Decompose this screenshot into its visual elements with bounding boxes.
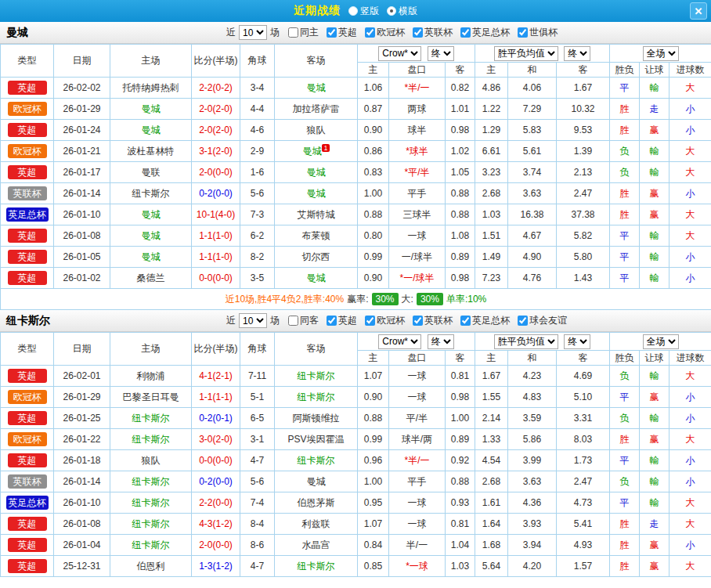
avg-source-select[interactable]: 胜平负均值 xyxy=(494,334,558,349)
odds-source-select[interactable]: Crow* xyxy=(378,46,421,61)
league-filter-英足总杯[interactable]: 英足总杯 xyxy=(460,314,510,327)
layout-radio-horizontal[interactable]: 横版 xyxy=(387,5,417,18)
goals-result: 小 xyxy=(669,247,711,268)
same-venue-filter[interactable]: 同客 xyxy=(288,314,319,327)
away-team: 纽卡斯尔 xyxy=(275,387,358,408)
league-filter-球会友谊[interactable]: 球会友谊 xyxy=(518,314,567,327)
match-count-select[interactable]: 10 xyxy=(239,313,267,328)
summary-row: 近10场,胜4平4负2,胜率:40%赢率:30%大:30%单率:10% xyxy=(1,289,711,310)
match-date: 26-01-21 xyxy=(54,141,110,162)
odds-away: 0.82 xyxy=(446,78,475,99)
odds-time-select[interactable]: 终 xyxy=(428,334,454,349)
odds-away: 1.03 xyxy=(446,556,475,577)
avg-away-odds: 1.57 xyxy=(557,556,610,577)
radio-selected-icon[interactable] xyxy=(387,6,396,16)
result: 平 xyxy=(610,247,640,268)
league-checkbox[interactable] xyxy=(460,316,471,326)
league-checkbox[interactable] xyxy=(518,27,528,38)
goals-result: 大 xyxy=(669,204,711,225)
sub-header-handicap-result: 让球 xyxy=(640,63,669,78)
odds-away: 0.89 xyxy=(446,247,475,268)
col-header-home: 主场 xyxy=(110,333,192,366)
odds-home: 0.87 xyxy=(358,99,389,120)
competition-cell: 欧冠杯 xyxy=(1,141,54,162)
match-count-select[interactable]: 10 xyxy=(239,25,267,40)
competition-cell: 英足总杯 xyxy=(1,204,54,225)
avg-time-select[interactable]: 终 xyxy=(564,334,590,349)
away-team: 伯恩茅斯 xyxy=(275,492,358,514)
odds-home: 1.07 xyxy=(358,514,389,535)
odds-away: 0.88 xyxy=(446,471,475,492)
avg-source-select[interactable]: 胜平负均值 xyxy=(494,46,558,61)
league-filter-英联杯[interactable]: 英联杯 xyxy=(413,26,453,39)
sub-header-avg-away: 客 xyxy=(557,351,610,366)
avg-time-select[interactable]: 终 xyxy=(564,46,590,61)
handicap: 平手 xyxy=(389,471,446,492)
odds-home: 0.90 xyxy=(358,387,389,408)
league-checkbox[interactable] xyxy=(460,27,471,38)
radio-horizontal-label: 横版 xyxy=(399,5,417,18)
avg-draw-odds: 4.83 xyxy=(508,387,557,408)
league-filter-英足总杯[interactable]: 英足总杯 xyxy=(460,26,510,39)
odds-away: 1.04 xyxy=(446,535,475,556)
corners: 4-7 xyxy=(240,556,275,577)
avg-away-odds: 2.47 xyxy=(557,183,610,204)
radio-unselected-icon[interactable] xyxy=(348,6,358,16)
league-checkbox[interactable] xyxy=(327,316,337,326)
league-checkbox[interactable] xyxy=(365,316,375,326)
match-date: 26-01-22 xyxy=(54,429,110,450)
avg-away-odds: 4.73 xyxy=(557,492,610,514)
competition-cell: 英超 xyxy=(1,268,54,289)
corners: 6-2 xyxy=(240,225,275,247)
league-checkbox[interactable] xyxy=(327,27,337,38)
avg-draw-odds: 4.36 xyxy=(508,492,557,514)
league-checkbox[interactable] xyxy=(413,27,423,38)
league-filter-欧冠杯[interactable]: 欧冠杯 xyxy=(365,314,405,327)
odds-source-select[interactable]: Crow* xyxy=(378,334,421,349)
odds-header-cell: Crow* 终 xyxy=(358,333,475,351)
competition-cell: 英超 xyxy=(1,247,54,268)
odds-time-select[interactable]: 终 xyxy=(428,46,454,61)
match-row: 英足总杯26-01-10曼城10-1(4-0)7-3艾斯特城0.88三球半0.8… xyxy=(1,204,711,225)
match-date: 26-01-29 xyxy=(54,99,110,120)
league-filter-欧冠杯[interactable]: 欧冠杯 xyxy=(365,26,405,39)
handicap-result: 赢 xyxy=(640,556,669,577)
near-label: 近 xyxy=(226,26,236,39)
avg-home-odds: 6.61 xyxy=(475,141,508,162)
league-filter-世俱杯[interactable]: 世俱杯 xyxy=(518,26,558,39)
match-row: 英超26-01-17曼联2-0(0-0)1-6曼城0.83*平/半1.053.2… xyxy=(1,162,711,183)
layout-radio-vertical[interactable]: 竖版 xyxy=(348,5,379,18)
scope-select[interactable]: 全场 xyxy=(643,334,679,349)
competition-badge: 英超 xyxy=(8,229,47,243)
radio-vertical-label: 竖版 xyxy=(360,5,379,18)
same-venue-checkbox[interactable] xyxy=(288,27,298,38)
close-button[interactable]: ✕ xyxy=(690,2,707,20)
competition-badge: 英超 xyxy=(8,123,47,137)
league-checkbox[interactable] xyxy=(365,27,375,38)
match-date: 26-01-10 xyxy=(54,492,110,514)
competition-badge: 英超 xyxy=(8,411,47,425)
handicap: *半/一 xyxy=(389,450,446,471)
same-venue-filter[interactable]: 同主 xyxy=(288,26,319,39)
odds-home: 0.95 xyxy=(358,492,389,514)
avg-home-odds: 1.49 xyxy=(475,247,508,268)
league-filter-英超[interactable]: 英超 xyxy=(327,26,357,39)
odds-away: 0.93 xyxy=(446,492,475,514)
avg-home-odds: 7.23 xyxy=(475,268,508,289)
avg-draw-odds: 4.67 xyxy=(508,225,557,247)
odds-home: 0.83 xyxy=(358,162,389,183)
away-team: 纽卡斯尔 xyxy=(275,556,358,577)
league-checkbox[interactable] xyxy=(413,316,423,326)
league-checkbox[interactable] xyxy=(518,316,528,326)
match-date: 26-01-25 xyxy=(54,408,110,429)
same-venue-checkbox[interactable] xyxy=(288,316,298,326)
match-row: 英超26-01-08纽卡斯尔4-3(1-2)8-4利兹联1.07一球0.811.… xyxy=(1,514,711,535)
league-filter-英联杯[interactable]: 英联杯 xyxy=(413,314,453,327)
match-date: 26-01-04 xyxy=(54,535,110,556)
corners: 8-6 xyxy=(240,535,275,556)
match-row: 英超26-01-02桑德兰0-0(0-0)3-5曼城0.90*一/球半0.987… xyxy=(1,268,711,289)
avg-home-odds: 1.61 xyxy=(475,492,508,514)
scope-select[interactable]: 全场 xyxy=(643,46,679,61)
league-filter-英超[interactable]: 英超 xyxy=(327,314,357,327)
competition-badge: 英超 xyxy=(8,559,47,573)
